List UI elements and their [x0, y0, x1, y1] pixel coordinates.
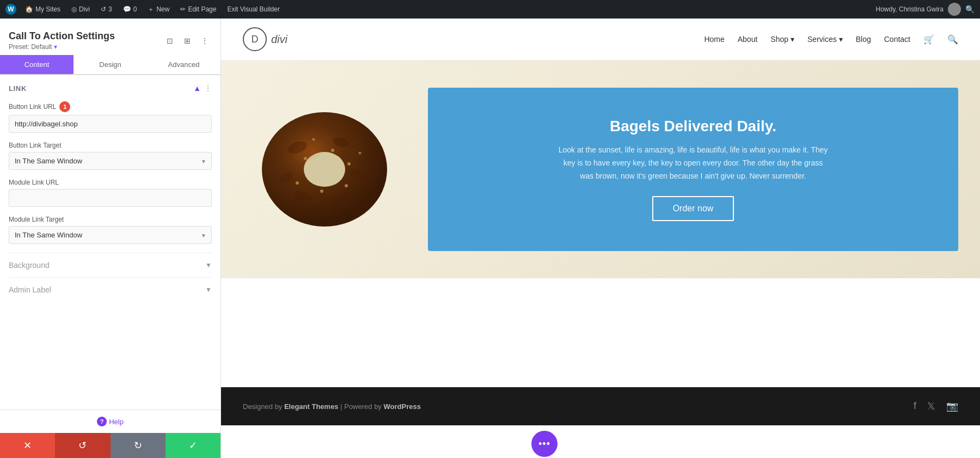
- admin-bar-refresh[interactable]: ↺ 3: [99, 5, 114, 13]
- svg-point-11: [345, 184, 348, 187]
- shop-dropdown-icon: ▾: [791, 35, 794, 44]
- content-area: D divi Home About Shop ▾ Services ▾ Blog…: [221, 19, 980, 458]
- admin-bar: W 🏠 My Sites ◎ Divi ↺ 3 💬 0 ＋ New ✏ Edit…: [0, 0, 980, 19]
- tab-content[interactable]: Content: [0, 55, 74, 74]
- svg-point-12: [320, 190, 323, 193]
- preset-label: Preset: Default ▾: [9, 43, 115, 51]
- cta-text: Look at the sunset, life is amazing, lif…: [557, 144, 829, 182]
- module-link-url-input[interactable]: [9, 189, 212, 207]
- header-icons: ⊡ ⊞ ⋮: [163, 34, 212, 48]
- bagel-svg: [254, 99, 395, 240]
- admin-bar-right: Howdy, Christina Gwira 🔍: [876, 3, 975, 16]
- wordpress-link[interactable]: WordPress: [383, 402, 420, 411]
- wp-icon[interactable]: W: [5, 4, 16, 15]
- house-icon: 🏠: [25, 5, 33, 13]
- extra-space: [221, 278, 980, 387]
- sidebar-content: Link ▲ ⋮ Button Link URL 1 Button Link T…: [0, 75, 220, 410]
- background-section-header[interactable]: Background ▼: [9, 261, 212, 270]
- sidebar-header: Call To Action Settings Preset: Default …: [0, 19, 220, 55]
- tab-advanced[interactable]: Advanced: [147, 55, 220, 74]
- site-logo: D divi: [243, 27, 287, 51]
- footer-text: Designed by Elegant Themes | Powered by …: [243, 402, 421, 411]
- site-header: D divi Home About Shop ▾ Services ▾ Blog…: [221, 19, 980, 60]
- more-button[interactable]: ⋮: [198, 34, 212, 48]
- services-dropdown-icon: ▾: [839, 35, 843, 44]
- nav-home[interactable]: Home: [704, 35, 724, 44]
- bagel-image: [243, 93, 406, 246]
- search-icon[interactable]: 🔍: [965, 5, 975, 14]
- hero-section: Bagels Delivered Daily. Look at the suns…: [221, 60, 980, 278]
- float-container: •••: [221, 425, 980, 458]
- redo-button[interactable]: ↻: [111, 433, 166, 458]
- sidebar: Call To Action Settings Preset: Default …: [0, 19, 221, 458]
- help-link[interactable]: ? Help: [97, 417, 124, 426]
- nav-about[interactable]: About: [738, 35, 758, 44]
- grid-button[interactable]: ⊞: [180, 34, 194, 48]
- cta-title: Bagels Delivered Daily.: [610, 118, 776, 135]
- nav-contact[interactable]: Contact: [884, 35, 910, 44]
- plus-icon: ＋: [148, 5, 154, 14]
- button-link-url-input[interactable]: [9, 115, 212, 133]
- instagram-icon[interactable]: 📷: [946, 400, 958, 412]
- module-link-target-wrapper: In The Same Window In The New Tab: [9, 226, 212, 244]
- float-action-button[interactable]: •••: [531, 431, 558, 457]
- badge-number-1: 1: [59, 101, 70, 112]
- cancel-button[interactable]: ✕: [0, 433, 55, 458]
- admin-label-section-header[interactable]: Admin Label ▼: [9, 285, 212, 294]
- link-section-header: Link ▲ ⋮: [9, 84, 212, 93]
- cart-icon[interactable]: 🛒: [923, 34, 934, 45]
- admin-bar-divi[interactable]: ◎ Divi: [69, 5, 92, 13]
- twitter-icon[interactable]: 𝕏: [927, 400, 935, 412]
- save-button[interactable]: ✓: [166, 433, 220, 458]
- divi-icon: ◎: [71, 5, 77, 13]
- howdy-text: Howdy, Christina Gwira: [876, 5, 944, 13]
- help-circle-icon: ?: [97, 417, 107, 426]
- tab-design[interactable]: Design: [74, 55, 147, 74]
- button-link-target-wrapper: In The Same Window In The New Tab: [9, 152, 212, 170]
- module-link-url-group: Module Link URL: [9, 179, 212, 207]
- admin-bar-new[interactable]: ＋ New: [145, 5, 171, 14]
- button-link-target-group: Button Link Target In The Same Window In…: [9, 142, 212, 170]
- avatar: [948, 3, 961, 16]
- collapse-icon[interactable]: ▲: [193, 84, 201, 93]
- cta-order-button[interactable]: Order now: [652, 196, 734, 221]
- more-options-icon[interactable]: ⋮: [204, 84, 212, 93]
- comment-icon: 💬: [123, 5, 131, 13]
- admin-bar-comments[interactable]: 💬 0: [121, 5, 139, 13]
- logo-circle: D: [243, 27, 267, 51]
- svg-point-15: [359, 152, 362, 155]
- admin-bar-my-sites[interactable]: 🏠 My Sites: [23, 5, 63, 13]
- facebook-icon[interactable]: f: [914, 400, 916, 412]
- nav-services[interactable]: Services ▾: [807, 35, 843, 44]
- sidebar-title: Call To Action Settings: [9, 30, 115, 42]
- link-section-title: Link: [9, 84, 27, 93]
- nav-shop[interactable]: Shop ▾: [770, 35, 794, 44]
- admin-label-chevron-icon: ▼: [205, 286, 212, 294]
- minimize-button[interactable]: ⊡: [163, 34, 177, 48]
- button-link-url-group: Button Link URL 1: [9, 101, 212, 133]
- admin-bar-exit-builder[interactable]: Exit Visual Builder: [225, 5, 282, 13]
- admin-bar-edit-page[interactable]: ✏ Edit Page: [178, 5, 218, 13]
- module-link-target-select[interactable]: In The Same Window In The New Tab: [9, 226, 212, 244]
- refresh-icon: ↺: [101, 5, 106, 13]
- admin-label-section-title: Admin Label: [9, 285, 51, 294]
- button-link-target-label: Button Link Target: [9, 142, 212, 149]
- module-link-url-label: Module Link URL: [9, 179, 212, 186]
- main-layout: Call To Action Settings Preset: Default …: [0, 19, 980, 458]
- undo-button[interactable]: ↺: [55, 433, 110, 458]
- sidebar-help-footer: ? Help: [0, 410, 220, 433]
- sidebar-actions: ✕ ↺ ↻ ✓: [0, 433, 220, 458]
- svg-point-9: [331, 149, 334, 152]
- section-actions: ▲ ⋮: [193, 84, 212, 93]
- button-link-target-select[interactable]: In The Same Window In The New Tab: [9, 152, 212, 170]
- elegant-themes-link[interactable]: Elegant Themes: [284, 402, 339, 411]
- svg-point-10: [347, 162, 351, 166]
- background-chevron-icon: ▼: [205, 261, 212, 269]
- nav-blog[interactable]: Blog: [856, 35, 871, 44]
- sidebar-tabs: Content Design Advanced: [0, 55, 220, 75]
- module-link-target-label: Module Link Target: [9, 216, 212, 223]
- button-link-url-label: Button Link URL 1: [9, 101, 212, 112]
- pencil-icon: ✏: [180, 5, 186, 13]
- search-icon[interactable]: 🔍: [947, 34, 958, 45]
- background-section-title: Background: [9, 261, 50, 270]
